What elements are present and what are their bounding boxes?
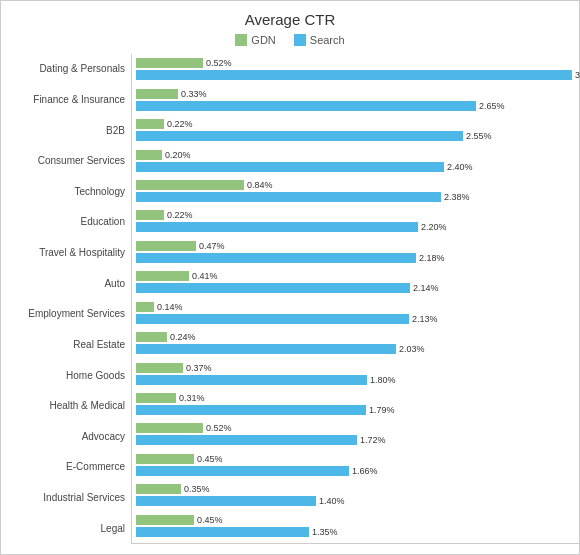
search-bar-row: 3.40% [136,70,580,81]
gdn-bar-label: 0.52% [206,58,232,68]
search-bar-label: 2.40% [447,162,473,172]
y-label: Education [11,209,125,235]
search-bar-label: 1.79% [369,405,395,415]
search-bar-label: 3.40% [575,70,580,80]
search-bar-row: 2.40% [136,161,580,172]
gdn-bar [136,363,183,373]
search-bar-row: 2.20% [136,222,580,233]
gdn-bar-label: 0.22% [167,210,193,220]
search-bar-row: 2.14% [136,283,580,294]
gdn-bar-row: 0.47% [136,240,580,251]
legend-search: Search [294,34,345,46]
search-bar [136,466,349,476]
bar-group: 0.14%2.13% [136,300,580,326]
gdn-bar-row: 0.84% [136,179,580,190]
search-bar-row: 1.66% [136,465,580,476]
gdn-bar-label: 0.22% [167,119,193,129]
gdn-bar-label: 0.41% [192,271,218,281]
gdn-bar [136,271,189,281]
search-bar-label: 1.72% [360,435,386,445]
bar-group: 0.37%1.80% [136,361,580,387]
search-bar [136,496,316,506]
y-label: Travel & Hospitality [11,240,125,266]
gdn-bar-row: 0.22% [136,210,580,221]
search-bar [136,70,572,80]
search-bar-label: 2.38% [444,192,470,202]
search-bar-label: 1.80% [370,375,396,385]
search-bar [136,253,416,263]
bar-group: 0.22%2.55% [136,117,580,143]
bar-group: 0.31%1.79% [136,391,580,417]
y-labels: Dating & PersonalsFinance & InsuranceB2B… [11,54,131,544]
gdn-bar-row: 0.20% [136,149,580,160]
gdn-bar [136,423,203,433]
gdn-bar [136,332,167,342]
search-bar-label: 2.55% [466,131,492,141]
search-bar [136,192,441,202]
search-bar-row: 1.72% [136,435,580,446]
bar-group: 0.45%1.66% [136,452,580,478]
search-bar-row: 2.65% [136,100,580,111]
legend-gdn: GDN [235,34,275,46]
gdn-bar-label: 0.20% [165,150,191,160]
gdn-bar-row: 0.24% [136,332,580,343]
y-label: E-Commerce [11,454,125,480]
gdn-bar-row: 0.31% [136,393,580,404]
gdn-bar [136,484,181,494]
gdn-bar-label: 0.33% [181,89,207,99]
search-bar-label: 2.20% [421,222,447,232]
legend-search-color [294,34,306,46]
gdn-bar [136,180,244,190]
legend: GDN Search [11,34,569,46]
bar-group: 0.41%2.14% [136,269,580,295]
search-bar [136,527,309,537]
gdn-bar [136,393,176,403]
gdn-bar-row: 0.52% [136,58,580,69]
search-bar-label: 1.35% [312,527,338,537]
search-bar [136,162,444,172]
search-bar-label: 2.18% [419,253,445,263]
chart-body: Dating & PersonalsFinance & InsuranceB2B… [11,54,569,544]
search-bar [136,101,476,111]
search-bar-label: 1.66% [352,466,378,476]
chart-container: Average CTR GDN Search Dating & Personal… [0,0,580,555]
search-bar-row: 2.55% [136,131,580,142]
bars-area: 0.52%3.40%0.33%2.65%0.22%2.55%0.20%2.40%… [131,54,580,544]
y-label: Consumer Services [11,148,125,174]
y-label: Advocacy [11,424,125,450]
gdn-bar-row: 0.45% [136,453,580,464]
search-bar-label: 1.40% [319,496,345,506]
y-label: Real Estate [11,332,125,358]
y-label: Health & Medical [11,393,125,419]
gdn-bar-label: 0.35% [184,484,210,494]
y-label: Industrial Services [11,485,125,511]
search-bar [136,375,367,385]
gdn-bar-row: 0.41% [136,271,580,282]
bar-group: 0.52%3.40% [136,56,580,82]
search-bar [136,222,418,232]
search-bar-row: 2.03% [136,344,580,355]
y-label: Dating & Personals [11,56,125,82]
gdn-bar [136,515,194,525]
gdn-bar-label: 0.45% [197,515,223,525]
search-bar-row: 2.18% [136,252,580,263]
search-bar-label: 2.03% [399,344,425,354]
legend-search-label: Search [310,34,345,46]
bar-group: 0.35%1.40% [136,482,580,508]
gdn-bar-label: 0.84% [247,180,273,190]
gdn-bar [136,58,203,68]
search-bar [136,283,410,293]
bar-group: 0.22%2.20% [136,208,580,234]
search-bar-row: 1.80% [136,374,580,385]
gdn-bar-label: 0.24% [170,332,196,342]
search-bar-label: 2.14% [413,283,439,293]
search-bar [136,344,396,354]
gdn-bar-label: 0.52% [206,423,232,433]
y-label: Legal [11,516,125,542]
bar-group: 0.52%1.72% [136,421,580,447]
gdn-bar-row: 0.14% [136,301,580,312]
y-label: Auto [11,271,125,297]
search-bar-row: 1.35% [136,526,580,537]
bar-group: 0.45%1.35% [136,513,580,539]
legend-gdn-label: GDN [251,34,275,46]
